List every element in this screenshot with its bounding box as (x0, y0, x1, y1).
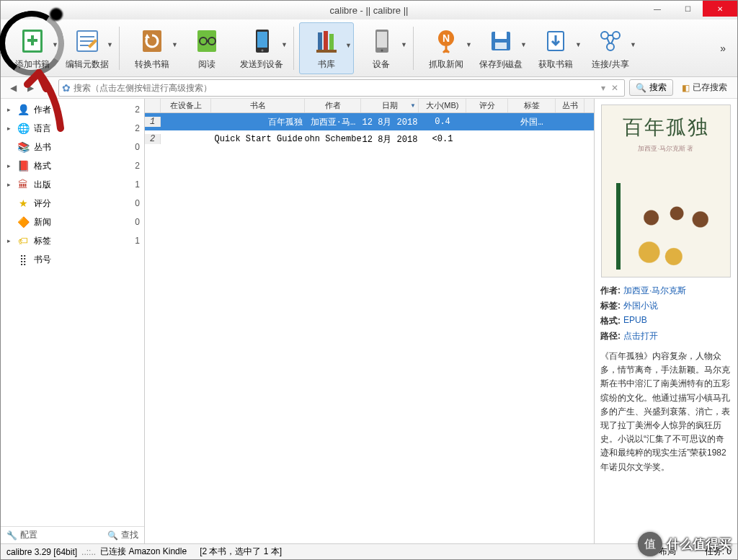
cell-size: 0.4 (419, 117, 466, 127)
meta-tags-link[interactable]: 外国小说 (623, 300, 658, 312)
dropdown-icon[interactable]: ▼ (52, 41, 58, 48)
cell-size: <0.1 (419, 134, 466, 144)
nav-back-button[interactable]: ◀ (6, 80, 19, 96)
sidebar-item[interactable]: ▸🏷标签1 (1, 231, 144, 250)
dropdown-icon[interactable]: ▼ (281, 41, 288, 48)
status-layout-button[interactable]: 布局 (659, 546, 676, 558)
edit-metadata-icon (71, 25, 103, 57)
sidebar-item[interactable]: ▸👤作者2 (1, 100, 144, 119)
search-dropdown-icon[interactable]: ▾ (598, 83, 608, 93)
col-tags[interactable]: 标签 (508, 99, 556, 112)
device-icon (365, 25, 397, 57)
meta-author-link[interactable]: 加西亚·马尔克斯 (623, 285, 686, 297)
fetch-news-button[interactable]: N 抓取新闻 ▼ (419, 22, 474, 74)
col-index[interactable] (145, 99, 161, 112)
toolbar-label: 保存到磁盘 (479, 58, 523, 71)
sidebar-item[interactable]: 📚丛书0 (1, 138, 144, 156)
wrench-icon: 🔧 (6, 530, 17, 541)
sidebar-item[interactable]: ★评分0 (1, 194, 144, 213)
meta-format-link[interactable]: EPUB (623, 315, 647, 327)
window-maximize-button[interactable]: ☐ (672, 1, 703, 17)
search-toolbar: ◀ ▶ ▦ ✿ ▾ ✕ 🔍 搜索 ◧ 已存搜索 (1, 77, 737, 99)
cover-title: 百年孤独 (623, 114, 709, 141)
dropdown-icon[interactable]: ▼ (401, 41, 407, 48)
svg-point-9 (262, 50, 264, 52)
library-button[interactable]: 书库 ▼ (299, 22, 354, 74)
col-series[interactable]: 丛书 (556, 99, 584, 112)
book-details-panel: 百年孤独 加西亚·马尔克斯 著 作者: 加西亚·马尔克斯 标签: 外国小说 格式… (595, 99, 737, 543)
dropdown-icon[interactable]: ▼ (172, 41, 178, 48)
col-size[interactable]: 大小(MB) (419, 99, 466, 112)
search-go-button[interactable]: 🔍 搜索 (629, 79, 673, 96)
table-row[interactable]: 2Quick Start GuideJohn Schember12 8月 201… (145, 130, 594, 148)
window-minimize-button[interactable]: — (642, 1, 672, 17)
read-icon (191, 25, 223, 57)
connect-share-button[interactable]: 连接/共享 ▼ (583, 22, 638, 74)
expander-icon[interactable]: ▸ (5, 125, 12, 132)
get-books-button[interactable]: 获取书籍 ▼ (528, 22, 583, 74)
sort-desc-icon: ▼ (410, 102, 416, 109)
sidebar-item[interactable]: ▸🌐语言2 (1, 119, 144, 138)
sidebar-item-count: 0 (125, 142, 140, 152)
convert-books-button[interactable]: 转换书籍 ▼ (125, 22, 179, 74)
cell-index: 2 (145, 134, 161, 144)
read-button[interactable]: 阅读 (179, 22, 234, 74)
sidebar-item-count: 2 (125, 161, 140, 171)
cover-subtitle: 加西亚·马尔克斯 著 (638, 144, 693, 154)
sidebar-item[interactable]: ⣿书号 (1, 250, 144, 269)
col-author[interactable]: 作者 (305, 99, 361, 112)
dropdown-icon[interactable]: ▼ (630, 41, 636, 48)
sidebar-item-label: 作者 (34, 104, 121, 116)
search-input[interactable] (74, 83, 598, 93)
category-icon: ★ (17, 197, 30, 210)
connect-share-icon (595, 25, 626, 57)
search-field-wrap: ✿ ▾ ✕ (58, 79, 625, 97)
save-disk-icon (485, 25, 517, 57)
edit-metadata-button[interactable]: 编辑元数据 ▼ (60, 22, 115, 74)
sidebar-item-label: 评分 (34, 197, 121, 210)
search-clear-button[interactable]: ✕ (608, 83, 621, 93)
expander-icon[interactable]: ▸ (5, 237, 12, 244)
window-close-button[interactable]: ✕ (703, 1, 737, 17)
sidebar-item[interactable]: ▸📕格式2 (1, 156, 144, 175)
status-jobs-button[interactable]: 任务: 0 (705, 546, 732, 558)
toolbar-separator (119, 27, 120, 70)
book-list-panel: 在设备上 书名 作者 日期▼ 大小(MB) 评分 标签 丛书 1百年孤独加西亚·… (145, 99, 595, 543)
toolbar-overflow-button[interactable]: » (713, 43, 733, 54)
save-to-disk-button[interactable]: 保存到磁盘 ▼ (474, 22, 528, 74)
send-to-device-button[interactable]: 发送到设备 ▼ (234, 22, 289, 74)
virtual-library-button[interactable]: ▦ (41, 80, 54, 96)
col-title[interactable]: 书名 (211, 99, 305, 112)
col-on-device[interactable]: 在设备上 (161, 99, 211, 112)
svg-text:N: N (443, 32, 450, 44)
nav-forward-button[interactable]: ▶ (24, 80, 37, 96)
search-icon: 🔍 (636, 83, 646, 93)
device-button[interactable]: 设备 ▼ (354, 22, 409, 74)
tag-browser-sidebar: ▸👤作者2▸🌐语言2📚丛书0▸📕格式2▸🏛出版1★评分0🔶新闻0▸🏷标签1⣿书号… (1, 99, 145, 543)
table-row[interactable]: 1百年孤独加西亚·马…12 8月 20180.4外国… (145, 113, 594, 130)
saved-search-button[interactable]: ◧ 已存搜索 (677, 80, 732, 95)
dropdown-icon[interactable]: ▼ (466, 41, 472, 48)
svg-rect-8 (257, 32, 267, 48)
meta-path-link[interactable]: 点击打开 (623, 330, 658, 342)
dropdown-icon[interactable]: ▼ (107, 41, 113, 48)
sidebar-item-label: 语言 (34, 123, 121, 135)
advanced-search-gear-icon[interactable]: ✿ (62, 82, 71, 94)
col-rating[interactable]: 评分 (466, 99, 508, 112)
sidebar-item[interactable]: ▸🏛出版1 (1, 175, 144, 194)
toolbar-label: 转换书籍 (135, 58, 169, 71)
configure-button[interactable]: 🔧 配置 (6, 529, 37, 541)
book-cover[interactable]: 百年孤独 加西亚·马尔克斯 著 (601, 105, 731, 277)
add-books-button[interactable]: 添加书籍 ▼ (5, 22, 60, 74)
expander-icon[interactable]: ▸ (5, 106, 12, 113)
dropdown-icon[interactable]: ▼ (520, 41, 527, 48)
col-date[interactable]: 日期▼ (361, 99, 419, 112)
dropdown-icon[interactable]: ▼ (575, 41, 582, 48)
find-button[interactable]: 🔍 查找 (107, 529, 138, 541)
dropdown-icon[interactable]: ▼ (345, 42, 352, 49)
expander-icon[interactable]: ▸ (5, 162, 12, 169)
cover-art (616, 183, 723, 270)
expander-icon[interactable]: ▸ (5, 181, 12, 188)
cell-title: 百年孤独 (211, 116, 305, 128)
sidebar-item[interactable]: 🔶新闻0 (1, 213, 144, 231)
